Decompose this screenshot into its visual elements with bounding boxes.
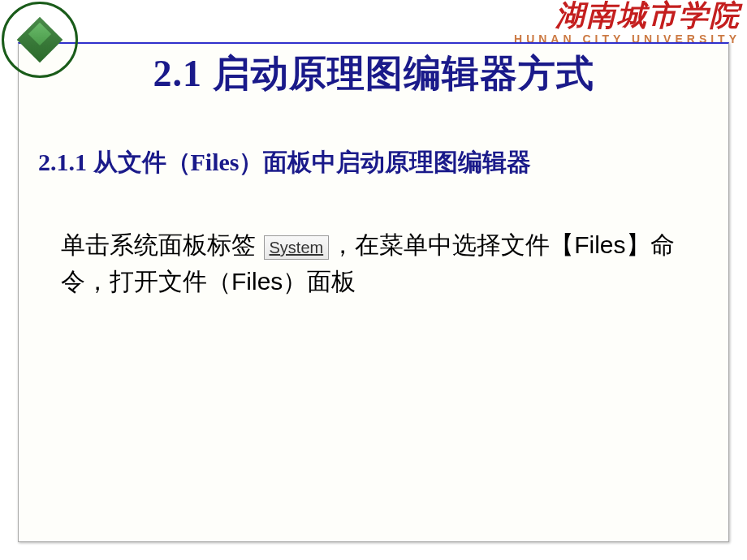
body-text: 单击系统面板标签 System，在菜单中选择文件【Files】命令，打开文件（F… (61, 226, 696, 299)
university-logo-right: 湖南城市学院 HUNAN CITY UNIVERSITY (514, 0, 741, 45)
section-title: 2.1.1 从文件（Files）面板中启动原理图编辑器 (38, 146, 728, 179)
university-name-chinese: 湖南城市学院 (514, 0, 741, 32)
body-files1: Files (574, 231, 625, 258)
slide-content-frame: 2.1 启动原理图编辑器方式 2.1.1 从文件（Files）面板中启动原理图编… (18, 42, 729, 542)
body-part2: ，在菜单中选择文件【 (330, 231, 574, 258)
system-button-label: System (264, 235, 330, 260)
body-part4: ）面板 (283, 268, 356, 295)
university-logo-left (2, 2, 83, 83)
slide-title: 2.1 启动原理图编辑器方式 (19, 49, 728, 99)
body-part1: 单击系统面板标签 (61, 231, 262, 258)
body-files2: Files (231, 268, 283, 295)
